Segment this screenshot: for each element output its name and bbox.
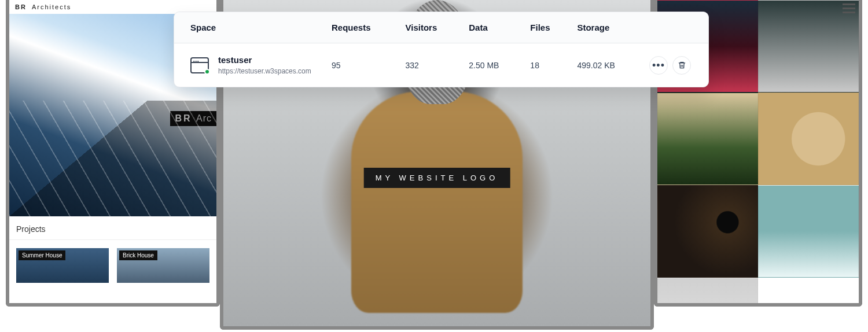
gallery-tile [657, 278, 758, 307]
col-space: Space [174, 12, 325, 43]
spaces-table: Space Requests Visitors Data Files Stora… [174, 12, 708, 87]
project-thumbnails: Summer House Brick House [9, 240, 216, 291]
col-files: Files [523, 12, 570, 43]
gallery-tile [758, 185, 859, 278]
hero-badge: BR Arc [170, 111, 216, 126]
brand-bold: BR [15, 3, 27, 10]
thumb-label: Brick House [119, 250, 157, 260]
more-actions-button[interactable]: ••• [649, 56, 668, 75]
cell-data: 2.50 MB [462, 43, 523, 87]
brand-rest: Architects [32, 3, 71, 10]
col-visitors: Visitors [399, 12, 462, 43]
space-url: https://testuser.w3spaces.com [218, 67, 311, 75]
projects-heading: Projects [9, 216, 216, 240]
cell-files: 18 [523, 43, 570, 87]
table-header-row: Space Requests Visitors Data Files Stora… [174, 12, 708, 43]
table-row[interactable]: ••• testuser https://testuser.w3spaces.c… [174, 43, 708, 87]
website-logo-badge: MY WEBSITE LOGO [364, 168, 510, 188]
thumb-brick-house: Brick House [117, 248, 209, 283]
spaces-panel: Space Requests Visitors Data Files Stora… [174, 12, 709, 87]
gallery-tile [657, 93, 758, 185]
space-cell: ••• testuser https://testuser.w3spaces.c… [190, 55, 318, 75]
status-dot-online [204, 69, 210, 75]
row-actions: ••• [649, 56, 701, 75]
col-storage: Storage [570, 12, 642, 43]
trash-icon [678, 61, 686, 69]
cell-storage: 499.02 KB [570, 43, 642, 87]
delete-button[interactable] [672, 56, 691, 75]
space-name: testuser [218, 55, 311, 65]
thumb-summer-house: Summer House [16, 248, 109, 283]
col-actions [642, 12, 708, 43]
thumb-label: Summer House [19, 250, 65, 260]
gallery-tile [758, 0, 859, 93]
cell-visitors: 332 [399, 43, 462, 87]
browser-window-icon: ••• [190, 57, 209, 73]
cell-requests: 95 [325, 43, 399, 87]
hamburger-icon[interactable] [843, 3, 855, 13]
col-data: Data [462, 12, 523, 43]
gallery-tile [657, 185, 758, 278]
col-requests: Requests [325, 12, 399, 43]
gallery-tile [758, 93, 859, 185]
